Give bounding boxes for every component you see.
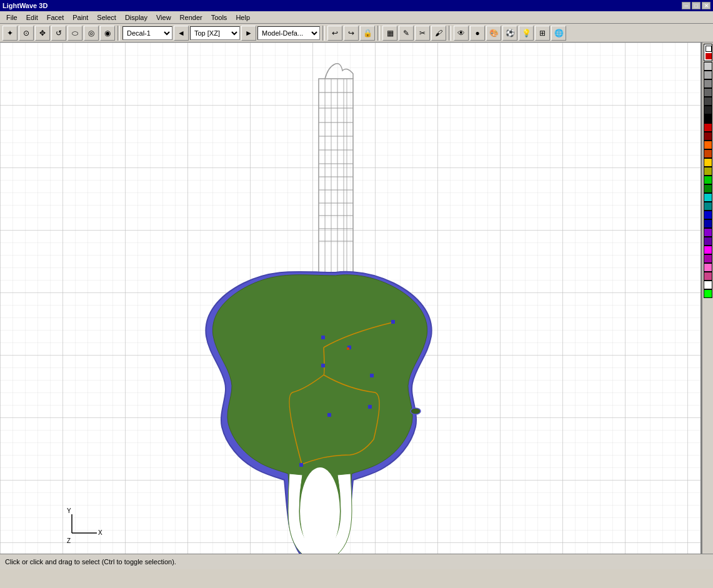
tool-brush[interactable]: 🖌 xyxy=(431,26,446,41)
menu-render[interactable]: Render xyxy=(176,12,206,22)
separator-2 xyxy=(322,26,325,41)
menu-select[interactable]: Select xyxy=(93,12,120,22)
color-swatch-15[interactable] xyxy=(704,184,712,193)
view-prev-btn[interactable]: ◄ xyxy=(174,26,189,41)
svg-text:X: X xyxy=(98,529,102,536)
main-area: X Y Z xyxy=(0,42,713,554)
svg-rect-22 xyxy=(321,336,325,339)
svg-rect-27 xyxy=(368,405,372,409)
menubar: File Edit Facet Paint Select Display Vie… xyxy=(0,11,713,24)
menu-edit[interactable]: Edit xyxy=(22,12,42,22)
app-title: LightWave 3D xyxy=(2,2,47,9)
color-swatch-5[interactable] xyxy=(704,97,712,106)
svg-rect-24 xyxy=(347,347,349,350)
color-swatch-16[interactable] xyxy=(704,193,712,202)
tool-pencil[interactable]: ✎ xyxy=(399,26,414,41)
statusbar: Click or click and drag to select (Ctrl … xyxy=(0,554,713,569)
tool-lock[interactable]: 🔒 xyxy=(360,26,375,41)
tool-btn-4[interactable]: ↺ xyxy=(51,26,66,41)
color-swatch-17[interactable] xyxy=(704,202,712,211)
svg-rect-25 xyxy=(321,364,325,367)
color-swatch-13[interactable] xyxy=(704,167,712,176)
tool-ball[interactable]: ⚽ xyxy=(502,26,517,41)
color-swatch-27[interactable] xyxy=(704,289,712,298)
separator-1 xyxy=(117,26,120,41)
minimize-button[interactable]: ─ xyxy=(682,2,691,9)
tool-undo[interactable]: ↩ xyxy=(327,26,342,41)
maximize-button[interactable]: □ xyxy=(692,2,701,9)
foreground-color[interactable] xyxy=(704,44,712,61)
color-swatch-3[interactable] xyxy=(704,79,712,88)
color-swatch-23[interactable] xyxy=(704,254,712,263)
tool-bar-chart[interactable]: ▦ xyxy=(382,26,397,41)
svg-text:Z: Z xyxy=(67,537,71,544)
menu-file[interactable]: File xyxy=(2,12,21,22)
color-swatch-4[interactable] xyxy=(704,88,712,97)
svg-point-30 xyxy=(411,408,421,414)
tool-btn-5[interactable]: ⬭ xyxy=(67,26,82,41)
color-palette xyxy=(702,42,713,554)
status-message: Click or click and drag to select (Ctrl … xyxy=(5,558,176,566)
separator-4 xyxy=(449,26,451,41)
menu-display[interactable]: Display xyxy=(121,12,151,22)
menu-help[interactable]: Help xyxy=(232,12,254,22)
view-dropdown[interactable]: Top [XZ] Front [XY] Side [ZY] Perspectiv… xyxy=(190,26,240,40)
color-swatch-1[interactable] xyxy=(704,62,712,71)
color-swatch-6[interactable] xyxy=(704,106,712,114)
color-swatch-26[interactable] xyxy=(704,281,712,289)
svg-rect-21 xyxy=(391,320,395,324)
svg-text:Y: Y xyxy=(67,507,71,514)
tool-colors[interactable]: 🎨 xyxy=(486,26,501,41)
color-swatch-20[interactable] xyxy=(704,228,712,237)
color-swatch-19[interactable] xyxy=(704,219,712,228)
color-swatch-10[interactable] xyxy=(704,141,712,149)
svg-rect-26 xyxy=(370,374,374,377)
svg-rect-28 xyxy=(327,413,331,417)
color-swatch-12[interactable] xyxy=(704,158,712,167)
tool-btn-7[interactable]: ◉ xyxy=(100,26,115,41)
color-swatch-24[interactable] xyxy=(704,263,712,272)
color-swatch-25[interactable] xyxy=(704,272,712,281)
color-swatch-14[interactable] xyxy=(704,176,712,184)
tool-redo[interactable]: ↪ xyxy=(344,26,359,41)
menu-view[interactable]: View xyxy=(152,12,175,22)
menu-tools[interactable]: Tools xyxy=(207,12,231,22)
tool-globe[interactable]: 🌐 xyxy=(551,26,566,41)
view-next-btn[interactable]: ► xyxy=(241,26,256,41)
color-swatch-8[interactable] xyxy=(704,123,712,132)
canvas-svg: X Y Z xyxy=(0,42,701,554)
svg-rect-29 xyxy=(299,463,303,467)
tool-grid[interactable]: ⊞ xyxy=(535,26,550,41)
separator-3 xyxy=(377,26,380,41)
color-swatch-7[interactable] xyxy=(704,114,712,123)
viewport-canvas[interactable]: X Y Z xyxy=(0,42,702,554)
titlebar: LightWave 3D ─ □ ✕ xyxy=(0,0,713,11)
tool-eye[interactable]: 👁 xyxy=(454,26,469,41)
window-controls: ─ □ ✕ xyxy=(682,2,711,9)
tool-btn-2[interactable]: ⊙ xyxy=(19,26,34,41)
tool-btn-1[interactable]: ✦ xyxy=(2,26,17,41)
tool-scissors[interactable]: ✂ xyxy=(415,26,430,41)
close-button[interactable]: ✕ xyxy=(702,2,711,9)
color-swatch-21[interactable] xyxy=(704,237,712,246)
menu-paint[interactable]: Paint xyxy=(69,12,92,22)
toolbar: ✦ ⊙ ✥ ↺ ⬭ ◎ ◉ Decal-1 ◄ Top [XZ] Front [… xyxy=(0,24,713,42)
color-swatch-9[interactable] xyxy=(704,132,712,141)
tool-btn-6[interactable]: ◎ xyxy=(84,26,99,41)
decal-dropdown[interactable]: Decal-1 xyxy=(122,26,172,40)
color-swatch-2[interactable] xyxy=(704,71,712,79)
color-swatch-22[interactable] xyxy=(704,246,712,254)
model-dropdown[interactable]: Model-Defa... xyxy=(257,26,320,40)
tool-btn-3[interactable]: ✥ xyxy=(35,26,50,41)
menu-facet[interactable]: Facet xyxy=(43,12,68,22)
svg-point-20 xyxy=(300,467,340,554)
color-swatch-18[interactable] xyxy=(704,211,712,219)
tool-sphere[interactable]: ● xyxy=(470,26,485,41)
color-swatch-11[interactable] xyxy=(704,149,712,158)
tool-lamp[interactable]: 💡 xyxy=(519,26,534,41)
